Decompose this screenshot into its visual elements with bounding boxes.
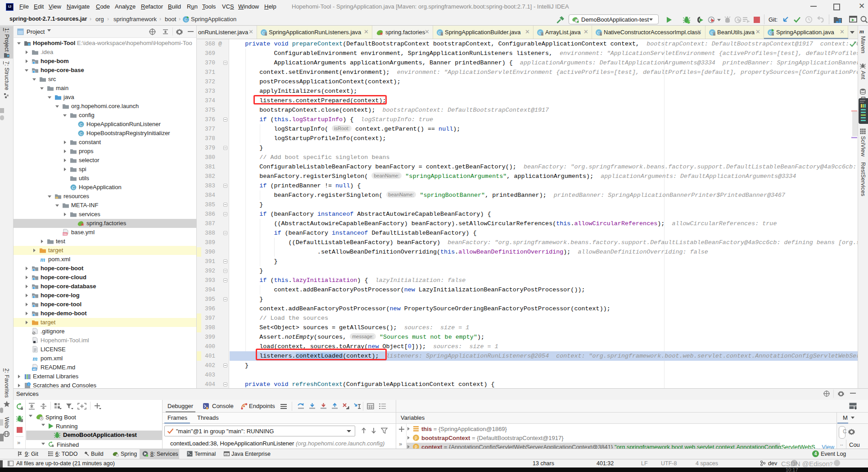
svg-text:i: i: [28, 383, 29, 386]
svg-text:MD: MD: [32, 368, 36, 371]
svg-text:C: C: [80, 122, 83, 127]
svg-text:YML: YML: [63, 233, 68, 236]
svg-text:C: C: [72, 185, 75, 190]
svg-text:m: m: [33, 355, 38, 362]
svg-text:m: m: [41, 256, 45, 263]
svg-text:C: C: [80, 131, 83, 136]
